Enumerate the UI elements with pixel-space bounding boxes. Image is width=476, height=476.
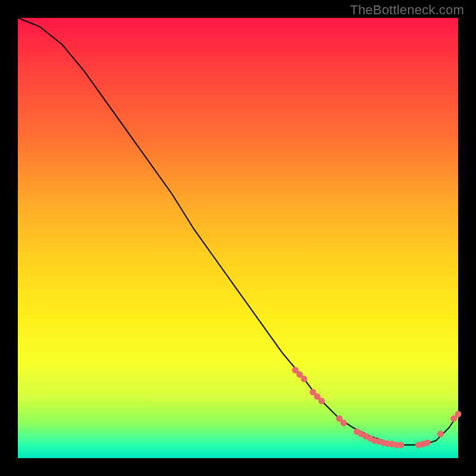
- curve-svg: [18, 18, 458, 458]
- curve-dot: [397, 441, 404, 448]
- curve-dot: [318, 397, 325, 404]
- chart-frame: TheBottleneck.com: [0, 0, 476, 476]
- bottleneck-curve: [18, 18, 458, 445]
- curve-dot: [340, 419, 347, 426]
- curve-dot: [437, 431, 444, 437]
- curve-dot: [424, 440, 431, 446]
- curve-dot: [455, 411, 462, 418]
- curve-dot: [301, 375, 308, 382]
- watermark-text: TheBottleneck.com: [350, 2, 464, 18]
- curve-markers: [292, 367, 462, 449]
- plot-area: [18, 18, 458, 458]
